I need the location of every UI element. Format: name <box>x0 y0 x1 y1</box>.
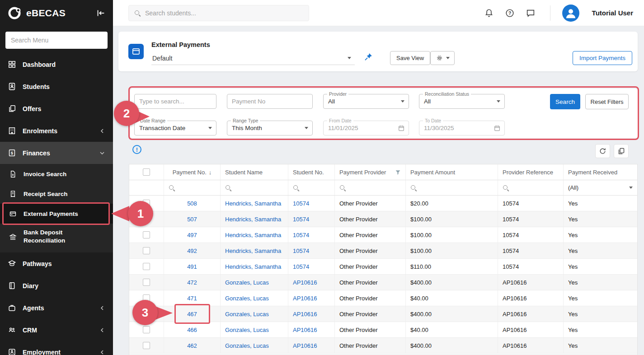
filter-payment-no-input[interactable] <box>227 94 313 109</box>
sidebar-item-external-payments[interactable]: External Payments <box>0 204 113 224</box>
sidebar-item-invoice-search[interactable]: Invoice Search <box>0 164 113 184</box>
student-no-link[interactable]: AP10616 <box>293 342 317 349</box>
search-icon <box>293 185 299 191</box>
student-name-link[interactable]: Gonzales, Lucas <box>225 327 269 333</box>
user-avatar[interactable] <box>562 5 579 22</box>
date-range-select[interactable]: Date Range Transaction Date <box>134 121 216 135</box>
student-name-link[interactable]: Hendricks, Samantha <box>225 263 281 270</box>
sidebar-collapse-icon[interactable] <box>96 8 106 18</box>
col-payment-provider[interactable]: Payment Provider <box>335 164 406 180</box>
student-name-link[interactable]: Hendricks, Samantha <box>225 232 281 238</box>
student-name-link[interactable]: Gonzales, Lucas <box>225 279 269 286</box>
filter-text-search-input[interactable] <box>134 94 216 109</box>
student-name-link[interactable]: Hendricks, Samantha <box>225 248 281 254</box>
row-checkbox[interactable] <box>143 200 150 207</box>
filter-cell-payment-no[interactable] <box>164 180 221 195</box>
col-student-name[interactable]: Student Name <box>221 164 288 180</box>
student-no-link[interactable]: 10574 <box>293 216 309 223</box>
row-checkbox[interactable] <box>143 231 150 238</box>
search-button[interactable]: Search <box>550 94 580 109</box>
pin-view-icon[interactable] <box>364 52 373 61</box>
sidebar-item-crm[interactable]: CRM <box>0 319 113 341</box>
from-date-field[interactable]: From Date 11/01/2025 <box>323 121 409 135</box>
select-all-checkbox[interactable] <box>143 168 150 176</box>
sidebar-item-receipt-search[interactable]: Receipt Search <box>0 184 113 204</box>
col-provider-reference[interactable]: Provider Reference <box>498 164 564 180</box>
refresh-button[interactable] <box>595 144 610 158</box>
to-date-field[interactable]: To Date 11/30/2025 <box>419 121 505 135</box>
reconciliation-status-select[interactable]: Reconciliation Status All <box>419 94 505 109</box>
student-no-link[interactable]: 10574 <box>293 263 309 270</box>
filter-cell-student-no[interactable] <box>288 180 335 195</box>
student-no-link[interactable]: 10574 <box>293 232 309 238</box>
payment-no-link[interactable]: 472 <box>187 279 197 286</box>
view-settings-button[interactable] <box>430 51 455 65</box>
student-name-link[interactable]: Hendricks, Samantha <box>225 200 281 207</box>
payment-no-link[interactable]: 508 <box>187 200 197 207</box>
sidebar-item-agents[interactable]: Agents <box>0 297 113 319</box>
notifications-icon[interactable] <box>484 8 494 18</box>
student-no-link[interactable]: 10574 <box>293 200 309 207</box>
col-student-no[interactable]: Student No. <box>288 164 335 180</box>
filter-cell-student-name[interactable] <box>221 180 288 195</box>
sidebar-item-pathways[interactable]: Pathways <box>0 252 113 275</box>
range-type-select[interactable]: Range Type This Month <box>227 121 313 135</box>
sidebar-search-input[interactable] <box>5 32 108 49</box>
payment-no-link[interactable]: 497 <box>187 232 197 238</box>
sidebar-item-bank-deposit-reconciliation[interactable]: Bank Deposit Reconciliation <box>0 224 113 250</box>
filter-cell-payment-received[interactable]: (All) <box>564 180 637 195</box>
help-icon[interactable]: ? <box>505 8 515 18</box>
student-name-link[interactable]: Gonzales, Lucas <box>225 295 269 302</box>
sidebar-item-enrolments[interactable]: Enrolments <box>0 120 113 142</box>
sidebar-item-employment[interactable]: Employment <box>0 341 113 355</box>
row-checkbox[interactable] <box>143 247 150 254</box>
student-no-link[interactable]: AP10616 <box>293 279 317 286</box>
save-view-button[interactable]: Save View <box>390 51 430 65</box>
student-name-link[interactable]: Hendricks, Samantha <box>225 216 281 223</box>
payment-no-link[interactable]: 507 <box>187 216 197 223</box>
student-search[interactable] <box>128 5 309 21</box>
payment-no-link[interactable]: 467 <box>187 311 197 318</box>
refresh-icon <box>599 147 606 155</box>
student-search-input[interactable] <box>145 9 303 17</box>
row-checkbox[interactable] <box>143 326 150 333</box>
student-no-link[interactable]: 10574 <box>293 248 309 254</box>
sidebar-item-finances[interactable]: $ Finances <box>0 142 113 164</box>
sidebar-item-students[interactable]: Students <box>0 75 113 98</box>
row-checkbox[interactable] <box>143 279 150 286</box>
info-icon[interactable]: ! <box>132 145 141 154</box>
row-checkbox[interactable] <box>143 263 150 270</box>
student-no-link[interactable]: AP10616 <box>293 327 317 333</box>
reset-filters-button[interactable]: Reset Filters <box>585 94 629 109</box>
payment-no-link[interactable]: 492 <box>187 248 197 254</box>
import-payments-button[interactable]: Import Payments <box>573 51 632 65</box>
view-selector[interactable]: Default <box>151 51 355 65</box>
row-checkbox[interactable] <box>143 310 150 318</box>
filter-cell-payment-amount[interactable] <box>406 180 498 195</box>
col-payment-received[interactable]: Payment Received <box>564 164 637 180</box>
student-name-link[interactable]: Gonzales, Lucas <box>225 311 269 318</box>
row-checkbox[interactable] <box>143 342 150 349</box>
row-checkbox[interactable] <box>143 215 150 223</box>
payment-no-link[interactable]: 471 <box>187 295 197 302</box>
col-payment-no[interactable]: Payment No.↓ <box>164 164 221 180</box>
filter-cell-provider-reference[interactable] <box>498 180 564 195</box>
sidebar-item-dashboard[interactable]: Dashboard <box>0 53 113 75</box>
filter-funnel-icon[interactable] <box>395 169 401 175</box>
filter-cell-payment-provider[interactable] <box>335 180 406 195</box>
row-checkbox[interactable] <box>143 294 150 302</box>
chat-icon[interactable] <box>526 8 536 18</box>
sidebar-item-offers[interactable]: Offers <box>0 98 113 120</box>
student-no-link[interactable]: AP10616 <box>293 311 317 318</box>
col-payment-amount[interactable]: Payment Amount <box>406 164 498 180</box>
student-name-link[interactable]: Gonzales, Lucas <box>225 342 269 349</box>
export-copy-button[interactable] <box>614 144 629 158</box>
payment-no-link[interactable]: 491 <box>187 263 197 270</box>
provider-select[interactable]: Provider All <box>323 94 409 109</box>
students-icon <box>7 82 16 91</box>
sidebar-item-diary[interactable]: Diary <box>0 275 113 297</box>
payment-provider-cell: Other Provider <box>335 290 406 306</box>
student-no-link[interactable]: AP10616 <box>293 295 317 302</box>
payment-no-link[interactable]: 466 <box>187 327 197 333</box>
payment-no-link[interactable]: 462 <box>187 342 197 349</box>
